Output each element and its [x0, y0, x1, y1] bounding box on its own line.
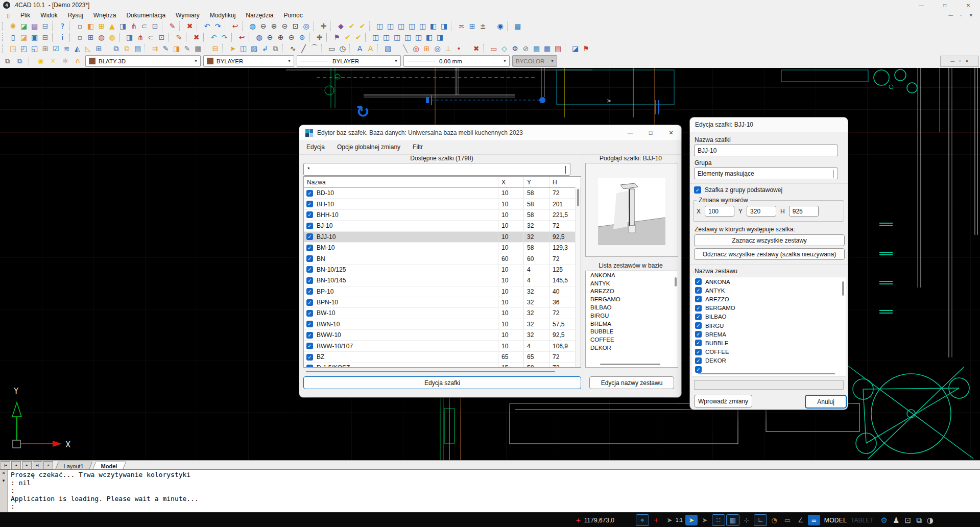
- set-checkbox-checked[interactable]: ✓: [695, 366, 702, 373]
- render-drop-icon[interactable]: ◉: [495, 21, 506, 31]
- set-checkbox-checked[interactable]: ✓: [695, 314, 702, 320]
- table-row[interactable]: ✓BJ-10103272: [304, 221, 581, 231]
- row-checkbox-checked[interactable]: ✓: [306, 255, 313, 262]
- open-file-icon[interactable]: ◪: [18, 21, 29, 31]
- dialog-maximize-button[interactable]: □: [640, 125, 661, 140]
- cabinet-filter-combo[interactable]: *: [303, 163, 570, 176]
- crosshair-toggle[interactable]: ⌖: [636, 514, 649, 526]
- tab-nav-0[interactable]: |◂: [1, 461, 10, 469]
- perp-icon[interactable]: ⊥: [443, 43, 453, 54]
- panel-e-icon[interactable]: ◫: [413, 32, 424, 42]
- rect-plus-icon[interactable]: ⊞: [421, 43, 432, 54]
- insert-block-icon[interactable]: ▫: [75, 21, 85, 31]
- antenna-icon[interactable]: ⋔: [128, 21, 139, 31]
- dialog-close-button[interactable]: ✕: [661, 125, 681, 140]
- layer-combo[interactable]: BLATY-3D ▾: [85, 55, 201, 67]
- set-checkbox-checked[interactable]: ✓: [695, 278, 702, 285]
- pencil-pair-icon[interactable]: ✎: [160, 43, 171, 54]
- dim-line-icon[interactable]: ≍: [456, 21, 467, 31]
- set-checkbox-checked[interactable]: ✓: [695, 322, 702, 329]
- copy-panels-2-icon[interactable]: ⧉: [122, 43, 132, 54]
- point-icon[interactable]: •: [453, 43, 464, 54]
- list-item[interactable]: ✓BILBAO: [692, 313, 846, 321]
- bulb-icon[interactable]: ◉: [36, 56, 46, 66]
- lineweight-combo[interactable]: 0.00 mm ▾: [403, 55, 510, 67]
- cancel-button[interactable]: Anuluj: [805, 395, 847, 409]
- row-checkbox-checked[interactable]: ✓: [306, 190, 313, 197]
- globe-warn-icon[interactable]: ◍: [107, 32, 117, 42]
- cursor-spray-toggle[interactable]: ➤: [699, 515, 711, 525]
- cabinet-name-input[interactable]: [694, 145, 838, 156]
- door-left-icon[interactable]: ◧: [428, 21, 439, 31]
- maximize-button[interactable]: □: [933, 0, 957, 10]
- globe-red-icon[interactable]: ◍: [96, 32, 107, 42]
- rect-icon[interactable]: ▭: [326, 43, 337, 54]
- zoom-all-2-icon[interactable]: ◍: [254, 32, 265, 42]
- dialog-menu-item-2[interactable]: Filtr: [407, 143, 429, 151]
- new-file-icon[interactable]: ✱: [8, 21, 18, 31]
- close-button[interactable]: ✕: [957, 0, 980, 10]
- box-icon[interactable]: ▫: [75, 32, 85, 42]
- verify-icon[interactable]: ✔: [346, 21, 357, 31]
- layers-search-icon[interactable]: ⧉: [15, 56, 25, 66]
- help-icon[interactable]: ?: [57, 21, 68, 31]
- zoom-previous-icon[interactable]: ⊝: [279, 21, 290, 31]
- angle-toggle[interactable]: ∠: [795, 515, 807, 525]
- new-doc-icon[interactable]: ▯: [8, 32, 18, 42]
- menu-item-6[interactable]: Modyfikuj: [205, 11, 241, 20]
- column-header-h[interactable]: H: [549, 177, 575, 187]
- zoom-in-icon[interactable]: ⊕: [269, 21, 279, 31]
- diamond-icon[interactable]: ◇: [499, 43, 510, 54]
- tab-nav-2[interactable]: ▸: [22, 461, 32, 469]
- list-item[interactable]: ✓ANKONA: [692, 277, 846, 286]
- list-item[interactable]: ✓BIRGU: [692, 321, 846, 330]
- table-row[interactable]: ✓BWN-10103257,5: [304, 319, 581, 330]
- worktop-dashed-icon[interactable]: ⊞: [40, 43, 51, 54]
- mdi-minimize-button[interactable]: —: [948, 13, 953, 18]
- dim-x-input[interactable]: [705, 206, 734, 217]
- zoom-out-icon[interactable]: ⊖: [258, 21, 269, 31]
- command-console[interactable]: ✕ ▼ Proszę czekać... Trwa wczytywanie ko…: [0, 469, 980, 513]
- row-checkbox-checked[interactable]: ✓: [306, 266, 313, 273]
- save-icon[interactable]: ▣: [29, 32, 40, 42]
- attach-icon[interactable]: ⊂: [139, 21, 150, 31]
- select-all-sets-button[interactable]: Zaznacz wszystkie zestawy: [694, 234, 845, 246]
- cursor-scale-toggle[interactable]: ➤: [663, 515, 676, 525]
- panel-a-icon[interactable]: ◫: [370, 32, 381, 42]
- flag-purple-icon[interactable]: ⚑: [331, 32, 342, 42]
- table-row[interactable]: ✓BHH-101058221,5: [304, 210, 581, 221]
- osnap-marker-icon[interactable]: ◆: [336, 21, 346, 31]
- row-checkbox-checked[interactable]: ✓: [306, 354, 313, 361]
- table-row[interactable]: ✓BW-10103272: [304, 308, 581, 319]
- sun-icon[interactable]: ✳: [48, 56, 58, 66]
- row-checkbox-checked[interactable]: ✓: [306, 299, 313, 306]
- line-diag-icon[interactable]: ╲: [400, 43, 411, 54]
- settings-gear-icon[interactable]: ⚙: [881, 516, 888, 525]
- docked-control-2[interactable]: ✕: [965, 59, 969, 63]
- table-vertical-scrollbar[interactable]: [575, 187, 581, 367]
- tab-layout1[interactable]: Layout1: [55, 462, 93, 470]
- zoom-back-icon[interactable]: ↩: [230, 21, 241, 31]
- info-icon[interactable]: i: [57, 32, 68, 42]
- print-2-icon[interactable]: ⊟: [40, 32, 51, 42]
- notes-icon[interactable]: ▤: [29, 21, 40, 31]
- pencil-red-icon[interactable]: ✎: [174, 32, 184, 42]
- scrollbar-thumb[interactable]: [698, 373, 835, 374]
- list-item[interactable]: COFFEE: [586, 336, 678, 344]
- list-item[interactable]: BIRGU: [586, 312, 678, 320]
- list-item[interactable]: BILBAO: [586, 303, 678, 312]
- list-item[interactable]: ANTYK: [586, 279, 678, 288]
- snowflake-icon[interactable]: ✻: [60, 56, 70, 66]
- layers-icon[interactable]: ⧉: [3, 56, 13, 66]
- dim-h-input[interactable]: [789, 206, 819, 217]
- dialog-menu-item-1[interactable]: Opcje globalnej zmiany: [331, 143, 407, 151]
- pan-2-icon[interactable]: ✚: [314, 32, 325, 42]
- cabinet-panel-3-icon[interactable]: ◫: [396, 21, 407, 31]
- table-icon[interactable]: ▦: [512, 21, 523, 31]
- menu-item-7[interactable]: Narzędzia: [241, 11, 278, 20]
- warning-icon[interactable]: ▲: [107, 21, 117, 31]
- delete-3-icon[interactable]: ✖: [471, 43, 482, 54]
- list-item[interactable]: ✓BREMA: [692, 330, 846, 339]
- block-list-icon[interactable]: ◨: [117, 21, 128, 31]
- table-row[interactable]: ✓BN606072: [304, 253, 581, 264]
